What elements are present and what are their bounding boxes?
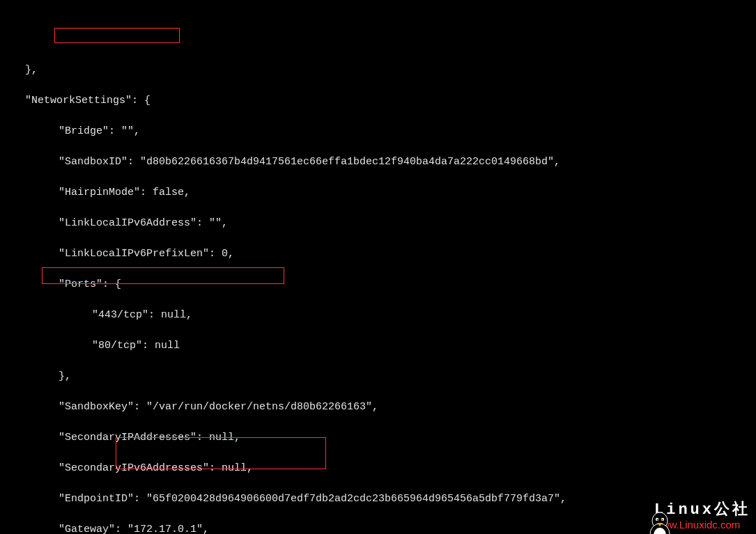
json-line: "SecondaryIPAddresses": null, [0, 430, 756, 446]
json-line: "SandboxID": "d80b6226616367b4d9417561ec… [0, 155, 756, 170]
json-line: "SecondaryIPv6Addresses": null, [0, 461, 756, 476]
json-line: "LinkLocalIPv6PrefixLen": 0, [0, 246, 756, 262]
svg-point-6 [662, 519, 663, 521]
svg-point-5 [657, 519, 658, 521]
json-line-bridge: "Bridge": "", [0, 124, 756, 139]
json-line: "SandboxKey": "/var/run/docker/netns/d80… [0, 400, 756, 415]
json-line: "NetworkSettings": { [0, 93, 756, 109]
json-line: }, [0, 63, 756, 78]
json-line: "Ports": { [0, 277, 756, 292]
json-line: "80/tcp": null [0, 338, 756, 354]
json-line: "LinkLocalIPv6Address": "", [0, 216, 756, 231]
highlight-box-bridge [54, 28, 180, 43]
json-line: "HairpinMode": false, [0, 185, 756, 201]
json-line: "443/tcp": null, [0, 308, 756, 323]
tux-penguin-icon [619, 495, 650, 530]
json-line: }, [0, 369, 756, 384]
watermark: Linux公社 www.Linuxidc.com [619, 495, 750, 530]
